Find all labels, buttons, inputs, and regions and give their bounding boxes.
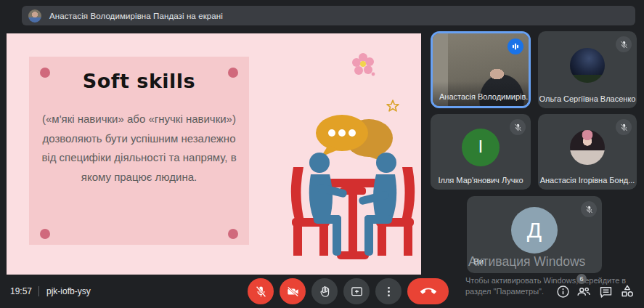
shared-screen-slide: Soft skills («м'які навички» або «гнучкі… <box>7 33 421 275</box>
presenter-avatar <box>28 9 41 23</box>
end-call-button[interactable] <box>407 278 449 304</box>
camera-toggle-button[interactable] <box>280 278 306 304</box>
avatar <box>570 48 605 83</box>
participant-name: Ілля Мар'янович Лучко <box>431 176 531 185</box>
chat-icon <box>598 284 614 299</box>
participant-name: Анастасія Володимирів... <box>439 92 531 101</box>
meeting-info: 19:57 pjk-iofb-ysy <box>10 286 91 296</box>
camera-off-icon <box>286 285 300 299</box>
mic-muted-indicator <box>616 36 632 52</box>
windows-activation-watermark-title: Активация Windows <box>468 254 585 270</box>
participant-tile[interactable]: І Ілля Мар'янович Лучко <box>431 114 531 190</box>
flower-icon <box>351 52 375 77</box>
participant-tile[interactable]: Анастасія Ігорівна Бонд... <box>538 114 637 190</box>
meeting-details-button[interactable] <box>554 283 571 300</box>
raise-hand-button[interactable] <box>311 278 338 304</box>
slide-text-card: Soft skills («м'які навички» або «гнучкі… <box>29 57 249 245</box>
activities-icon <box>619 283 635 299</box>
corner-dot <box>40 68 50 78</box>
meeting-code: pjk-iofb-ysy <box>38 286 91 296</box>
mic-off-icon <box>619 123 629 132</box>
people-icon <box>576 283 592 299</box>
participant-name: Анастасія Ігорівна Бонд... <box>538 176 637 185</box>
raise-hand-icon <box>318 285 332 299</box>
mic-off-icon <box>513 123 523 132</box>
meet-window: Анастасія Володимирівна Пандазі на екран… <box>0 0 644 308</box>
clock-time: 19:57 <box>10 286 32 296</box>
avatar-initial: Д <box>511 207 558 254</box>
avatar-initial: І <box>462 129 500 166</box>
participant-tile-speaking[interactable]: Анастасія Володимирів... <box>431 31 531 108</box>
mic-muted-indicator <box>510 119 526 135</box>
participant-tile[interactable]: Ольга Сергіївна Власенко <box>538 31 637 108</box>
mic-off-icon <box>254 285 268 299</box>
activities-button[interactable] <box>619 283 636 300</box>
participant-name: Ольга Сергіївна Власенко <box>538 94 637 103</box>
present-screen-button[interactable] <box>343 278 370 304</box>
more-options-icon <box>382 285 396 299</box>
watermark-line: раздел "Параметры". <box>465 287 544 296</box>
mic-toggle-button[interactable] <box>248 278 274 304</box>
corner-dot <box>228 229 238 239</box>
mic-off-icon <box>619 40 629 49</box>
slide-body-text: («м'які навички» або «гнучкі навички») д… <box>38 110 240 187</box>
presenting-banner: Анастасія Володимирівна Пандазі на екран… <box>22 6 635 25</box>
present-screen-icon <box>350 285 364 299</box>
presenter-label: Анастасія Володимирівна Пандазі на екран… <box>49 12 223 20</box>
call-end-icon <box>420 283 436 299</box>
audio-active-indicator <box>508 38 523 54</box>
avatar <box>570 130 605 165</box>
slide-title: Soft skills <box>29 57 249 92</box>
people-at-table-illustration <box>285 109 421 263</box>
sound-bars-icon <box>510 41 521 52</box>
corner-dot <box>40 229 50 239</box>
more-options-button[interactable] <box>375 278 402 304</box>
info-icon <box>555 284 571 299</box>
show-participants-button[interactable] <box>575 283 592 300</box>
chat-button[interactable] <box>597 283 614 300</box>
corner-dot <box>228 68 238 78</box>
mic-off-icon <box>584 205 594 214</box>
mic-muted-indicator <box>616 119 632 135</box>
mic-muted-indicator <box>581 201 597 217</box>
